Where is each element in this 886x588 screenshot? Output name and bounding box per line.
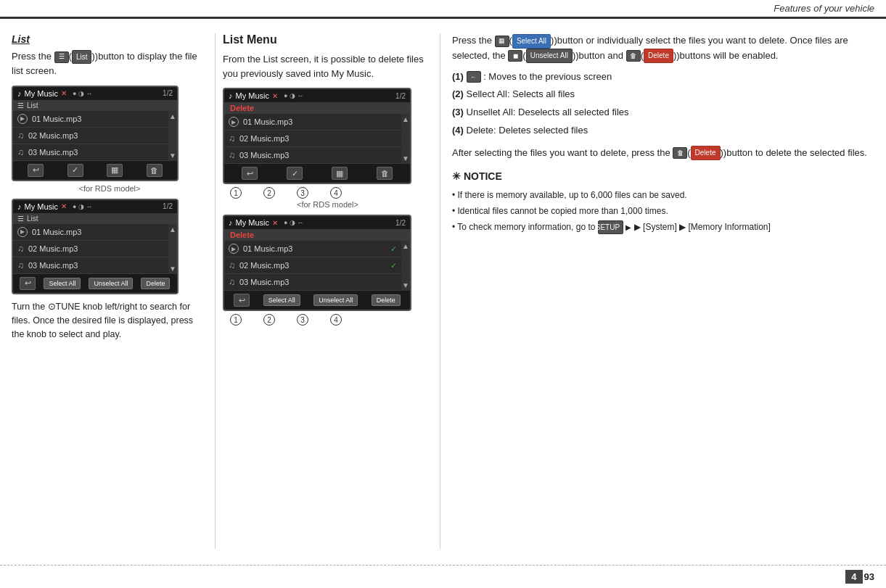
mid-scrollbar-1: ▲ ▼ [401, 114, 410, 164]
arrow-right-icon: ▶ [625, 223, 631, 231]
mid-screen2-bottom: ↩ Select All Unselect All Delete [224, 291, 410, 310]
page-box: 4 [845, 570, 862, 584]
screen2-title: My Music [25, 202, 58, 211]
music-note-icon: ♫ [229, 133, 235, 144]
unselect-all-icon: ◼ [508, 50, 522, 62]
screen1-list-icon: ☰ [17, 102, 24, 109]
screen1-subtitle: ☰ List [13, 100, 177, 111]
num-3b: 3 [297, 314, 308, 326]
mid-screen1-title-bar: ♪ My Music ✕ ● ◑ ↔ 1/2 [224, 89, 410, 102]
mid-screen1-music-icon: ♪ [229, 91, 233, 100]
mid-menu-btn-1[interactable]: ▦ [332, 167, 348, 180]
mid-screen2-delete-bar: Delete [224, 229, 410, 241]
music-note-icon: ♫ [229, 277, 235, 287]
back-btn-2[interactable]: ↩ [20, 277, 36, 290]
scroll-up-arrow-m1[interactable]: ▲ [402, 115, 409, 123]
screen2-icons: ● ◑ ↔ [73, 203, 92, 210]
scroll-down-arrow-m1[interactable]: ▼ [402, 154, 409, 162]
mid-screen2-files: ▶ 01 Music.mp3 ✓ ♫ 02 Music.mp3 ✓ ♫ 03 M… [224, 241, 410, 291]
header-title: Features of your vehicle [774, 3, 874, 14]
page-num: 93 [863, 571, 874, 582]
num-3: 3 [297, 187, 308, 199]
play-icon: ▶ [229, 244, 239, 254]
num-2b: 2 [263, 314, 275, 326]
mid-screen2-page: 1/2 [395, 219, 406, 227]
play-icon: ▶ [17, 114, 28, 124]
left-lower-text: Turn the ⊙TUNE knob left/right to search… [12, 300, 208, 342]
middle-screen-1: ♪ My Music ✕ ● ◑ ↔ 1/2 Delete ▶ 01 Music… [223, 88, 411, 184]
checkmark-2: ✓ [390, 261, 397, 270]
screen2-files: ▶ 01 Music.mp3 ♫ 02 Music.mp3 ♫ 03 Music… [13, 224, 177, 274]
screen2-page: 1/2 [163, 202, 173, 210]
setup-badge: SETUP [598, 220, 623, 234]
page-header: Features of your vehicle [0, 0, 886, 19]
list-item: ▶ 01 Music.mp3 [13, 111, 168, 128]
main-content: List Press the ☰(List))button to display… [0, 19, 886, 556]
scrollbar-2: ▲ ▼ [168, 224, 177, 274]
notice-section: ✳ NOTICE • If there is memory available,… [452, 168, 874, 235]
right-item-1: (1) ← : Moves to the previous screen [452, 70, 874, 85]
unselect-all-btn-left[interactable]: Unselect All [89, 278, 133, 289]
music-note-icon: ♫ [229, 260, 235, 270]
select-all-btn-left[interactable]: Select All [44, 278, 81, 289]
for-rds-label-1: <for RDS model> [12, 184, 208, 193]
scroll-down-arrow[interactable]: ▼ [169, 152, 176, 160]
delete-btn[interactable]: 🗑 [147, 164, 163, 177]
play-icon: ▶ [17, 227, 28, 237]
screen1-title: My Music [25, 89, 58, 98]
delete-btn-left[interactable]: Delete [141, 278, 170, 289]
screen1-title-bar: ♪ My Music ✕ ● ◑ ↔ 1/2 [13, 87, 177, 100]
left-section-body: Press the ☰(List))button to display the … [12, 49, 208, 78]
unselect-all-btn-mid[interactable]: Unselect All [313, 294, 358, 306]
mid-screen2-icons: ● ◑ ↔ [284, 219, 303, 226]
right-after-para: After selecting the files you want to de… [452, 146, 874, 161]
list-item: ♫ 03 Music.mp3 [224, 274, 401, 291]
mid-screen2-close-icon: ✕ [272, 219, 278, 227]
screen2-title-bar: ♪ My Music ✕ ● ◑ ↔ 1/2 [13, 200, 177, 213]
mid-back-btn-1[interactable]: ↩ [242, 167, 258, 180]
check-btn[interactable]: ✓ [67, 164, 83, 177]
left-screen-2: ♪ My Music ✕ ● ◑ ↔ 1/2 ☰ List ▶ 01 Music… [12, 199, 179, 294]
screen2-subtitle: ☰ List [13, 213, 177, 224]
page-number: 4 93 [845, 570, 874, 584]
music-note-icon: ♫ [229, 150, 235, 160]
scroll-down-arrow-2[interactable]: ▼ [169, 265, 176, 273]
list-item: ♫ 02 Music.mp3 [13, 128, 168, 144]
num-4: 4 [330, 187, 342, 199]
mid-screen1-close-icon: ✕ [272, 92, 278, 100]
num-4b: 4 [330, 314, 342, 326]
mid-screen1-delete-bar: Delete [224, 102, 410, 114]
after-delete-badge: Delete [691, 146, 721, 160]
left-column: List Press the ☰(List))button to display… [12, 33, 215, 549]
scroll-up-arrow[interactable]: ▲ [169, 112, 176, 120]
right-item-2: (2) Sellect All: Selects all files [452, 87, 874, 102]
list-item: ♫ 02 Music.mp3 ✓ [224, 257, 401, 274]
back-icon-right: ← [467, 71, 481, 83]
mid-check-btn-1[interactable]: ✓ [287, 167, 303, 180]
list-item: ▶ 01 Music.mp3 ✓ [224, 241, 401, 257]
notice-item-3: • To check memory information, go to SET… [452, 220, 874, 234]
left-section-title: List [12, 33, 208, 45]
middle-screen-2: ♪ My Music ✕ ● ◑ ↔ 1/2 Delete ▶ 01 Music… [223, 215, 411, 311]
middle-column: List Menu From the List screen, it is po… [215, 33, 440, 549]
mid-screen2-title: My Music [236, 218, 269, 227]
right-column: Press the ▦(Select All))button or indivi… [440, 33, 874, 549]
music-note-icon: ♫ [17, 131, 24, 141]
select-all-btn-mid[interactable]: Select All [263, 294, 300, 306]
back-btn[interactable]: ↩ [28, 164, 44, 177]
num-1b: 1 [230, 314, 242, 326]
scroll-up-arrow-m2[interactable]: ▲ [402, 242, 409, 250]
delete-btn-mid[interactable]: Delete [372, 294, 401, 306]
scroll-up-arrow-2[interactable]: ▲ [169, 225, 176, 233]
screen1-page: 1/2 [163, 89, 173, 97]
page-footer: 4 93 [0, 565, 886, 588]
menu-btn[interactable]: ▦ [107, 164, 123, 177]
delete-icon: 🗑 [626, 50, 641, 62]
mid-screen2-title-bar: ♪ My Music ✕ ● ◑ ↔ 1/2 [224, 216, 410, 229]
mid-back-btn-2[interactable]: ↩ [234, 294, 250, 307]
right-item-3: (3) Unsellet All: Deselects all selected… [452, 105, 874, 120]
screen2-close-icon: ✕ [61, 202, 67, 210]
middle-section-body: From the List screen, it is possible to … [223, 52, 432, 80]
scroll-down-arrow-m2[interactable]: ▼ [402, 281, 409, 289]
mid-delete-icon-1[interactable]: 🗑 [377, 167, 393, 180]
